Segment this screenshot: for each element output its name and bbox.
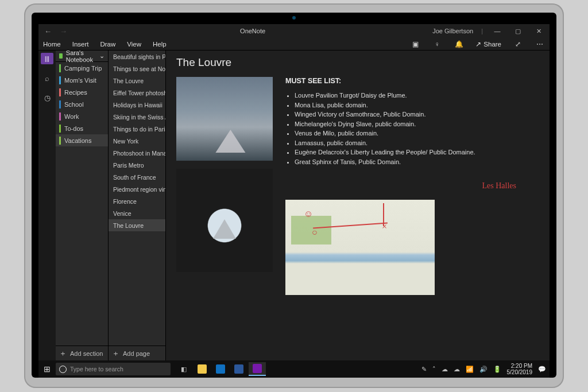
section-item[interactable]: Recipes [56,86,108,98]
action-center-icon[interactable]: 💬 [538,366,546,373]
taskbar-search[interactable]: Type here to search [56,363,171,375]
notebooks-icon[interactable]: ||| [41,53,53,64]
taskbar: ⊞ Type here to search ◧ ✎ ˄ ☁ ☁ 📶 🔊 🔋 [38,360,550,378]
page-item[interactable]: Skiing in the Swiss Alps [109,111,165,123]
app-onenote[interactable] [249,362,266,376]
page-item[interactable]: Piedmont region viney… [109,183,165,195]
page-item[interactable]: Beautiful sights in Paris [109,51,165,63]
tab-help[interactable]: Help [153,41,167,48]
close-button[interactable]: ✕ [532,28,545,35]
more-icon[interactable]: ⋯ [535,40,545,48]
section-label: Work [64,113,79,120]
tray-chevron-icon[interactable]: ˄ [432,366,436,373]
share-icon: ↗ [475,40,481,48]
section-color-bar [59,64,61,72]
plus-icon: ＋ [112,348,119,359]
taskbar-clock[interactable]: 2:20 PM 5/20/2019 [507,363,533,375]
section-item[interactable]: Mom's Visit [56,74,108,86]
section-label: Recipes [64,89,87,96]
map-image[interactable]: ☺ ○ × [285,200,435,295]
page-item[interactable]: Eiffel Tower photoshoot [109,87,165,99]
minimize-button[interactable]: — [491,28,504,34]
map-park [291,216,331,244]
left-rail: ||| ⌕ ◷ [38,51,56,360]
app-title: OneNote [73,28,432,34]
recent-icon[interactable]: ◷ [41,92,53,103]
page-item[interactable]: Paris Metro [109,159,165,171]
ink-smiley: ☺ [304,209,313,219]
section-color-bar [59,76,61,84]
notebook-header[interactable]: Sara's Notebook ⌄ [56,51,108,62]
sections-panel: Sara's Notebook ⌄ Camping TripMom's Visi… [56,51,109,360]
tray-volume-icon[interactable]: 🔊 [479,366,488,373]
page-item[interactable]: Florence [109,195,165,207]
tray-network-icon[interactable]: 📶 [466,366,474,373]
forward-button[interactable]: → [60,27,67,36]
page-item[interactable]: Holidays in Hawaii [109,99,165,111]
user-name[interactable]: Joe Gilbertson [432,28,473,34]
tray-onedrive-icon[interactable]: ☁ [442,366,448,373]
tray-battery-icon[interactable]: 🔋 [493,366,501,373]
page-title[interactable]: The Louvre [176,56,539,69]
add-page-label: Add page [123,350,150,357]
page-list: Beautiful sights in ParisThings to see a… [109,51,165,346]
note-canvas[interactable]: The Louvre MUST SEE LIST: Louvre Pavilio… [166,51,550,360]
app-word[interactable] [230,362,247,376]
maximize-button[interactable]: ▢ [512,28,524,35]
tab-home[interactable]: Home [43,41,61,48]
app-explorer[interactable] [194,362,211,376]
add-section-label: Add section [70,350,103,357]
tray-onedrive2-icon[interactable]: ☁ [454,366,460,373]
photo-louvre-exterior[interactable] [176,77,273,161]
ribbon-tabs: Home Insert Draw View Help ▣ ♀ 🔔 ↗ Share… [38,38,550,51]
section-item[interactable]: Camping Trip [56,62,108,74]
pages-panel: Beautiful sights in ParisThings to see a… [109,51,166,360]
screen: ← → OneNote Joe Gilbertson | — ▢ ✕ Home … [38,24,550,378]
ink-circle: ○ [312,227,318,238]
page-item[interactable]: South of France [109,171,165,183]
page-item[interactable]: The Louvre [109,75,165,87]
lightbulb-icon[interactable]: ♀ [432,40,442,48]
bell-icon[interactable]: 🔔 [454,40,464,48]
start-button[interactable]: ⊞ [38,364,56,374]
section-item[interactable]: Work [56,110,108,122]
fullscreen-icon[interactable]: ⤢ [513,40,523,48]
must-see-block[interactable]: MUST SEE LIST: Louvre Pavilion Turgot/ D… [285,77,539,166]
page-item[interactable]: New York [109,135,165,147]
main-area: ||| ⌕ ◷ Sara's Notebook ⌄ Camping TripMo… [38,51,550,360]
app-outlook[interactable] [212,362,229,376]
section-color-bar [59,88,61,96]
page-item[interactable]: Things to see at Notre… [109,63,165,75]
notebook-name: Sara's Notebook [66,49,96,63]
section-label: Vacations [64,137,92,144]
back-button[interactable]: ← [44,27,52,36]
tab-view[interactable]: View [127,41,141,48]
must-see-heading: MUST SEE LIST: [285,77,539,85]
photo-louvre-interior[interactable] [176,169,273,272]
present-icon[interactable]: ▣ [410,40,420,48]
section-label: To-dos [64,125,83,132]
section-item[interactable]: School [56,98,108,110]
section-item[interactable]: Vacations [56,134,108,146]
must-see-item: Winged Victory of Samothrace, Public Dom… [295,110,539,119]
add-section-button[interactable]: ＋ Add section [56,346,108,360]
page-item[interactable]: Venice [109,207,165,219]
section-list: Camping TripMom's VisitRecipesSchoolWork… [56,62,108,346]
section-item[interactable]: To-dos [56,122,108,134]
ink-annotation[interactable]: Les Halles [285,181,539,191]
tray-pen-icon[interactable]: ✎ [421,366,427,373]
must-see-item: Venus de Milo, public domain. [295,129,539,138]
add-page-button[interactable]: ＋ Add page [109,346,165,360]
notebook-color-dot [59,53,63,59]
chevron-down-icon: ⌄ [99,52,105,60]
must-see-item: Lamassus, public domain. [295,138,539,148]
search-icon[interactable]: ⌕ [41,72,53,84]
tab-draw[interactable]: Draw [100,41,115,48]
task-view-button[interactable]: ◧ [175,362,192,376]
search-icon [59,366,67,373]
page-item[interactable]: Photoshoot in Manarola [109,147,165,159]
share-button[interactable]: ↗ Share [475,40,501,48]
page-item[interactable]: The Louvre [109,219,165,231]
page-item[interactable]: Things to do in Paris [109,123,165,135]
tab-insert[interactable]: Insert [72,41,89,48]
